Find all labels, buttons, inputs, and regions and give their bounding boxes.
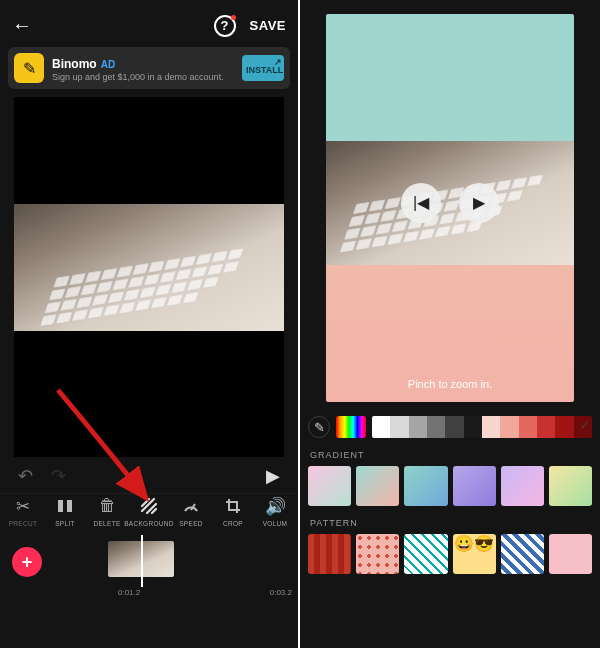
add-clip-button[interactable]: + (12, 547, 42, 577)
video-preview[interactable] (14, 97, 284, 457)
pattern-swatch[interactable] (501, 534, 544, 574)
editor-toolbar: ✂PRECUT SPLIT 🗑DELETE BACKGROUND SPEED C… (0, 493, 298, 535)
help-button[interactable]: ? (214, 15, 236, 37)
gradient-swatch[interactable] (501, 466, 544, 506)
tool-volume[interactable]: 🔊VOLUM (254, 496, 296, 527)
install-button[interactable]: ↗INSTALL (242, 55, 284, 81)
color-swatch[interactable] (427, 416, 445, 438)
play-button[interactable]: ▶ (459, 183, 499, 223)
ad-subtitle: Sign up and get $1,000 in a demo account… (52, 72, 234, 83)
gradient-swatch[interactable] (453, 466, 496, 506)
play-button[interactable]: ▶ (266, 465, 280, 487)
ad-app-icon: ✎ (14, 53, 44, 83)
tool-split[interactable]: SPLIT (44, 496, 86, 527)
eyedropper-button[interactable]: ✎ (308, 416, 330, 438)
selected-check-icon: ✓ (580, 418, 590, 432)
color-swatch[interactable] (519, 416, 537, 438)
gradient-swatch[interactable] (356, 466, 399, 506)
back-button[interactable]: ← (12, 14, 32, 37)
pinch-hint: Pinch to zoom in. (326, 378, 574, 390)
gradient-swatch[interactable] (404, 466, 447, 506)
playhead[interactable] (141, 535, 143, 587)
gradient-section-label: GRADIENT (310, 450, 590, 460)
pattern-swatch[interactable] (308, 534, 351, 574)
timeline[interactable]: + 0:01.2 0:03.2 (0, 535, 298, 587)
color-swatch[interactable] (537, 416, 555, 438)
background-preview[interactable]: |◀ ▶ Pinch to zoom in. (326, 14, 574, 402)
solid-color-row[interactable]: ✓ (372, 416, 592, 438)
undo-button[interactable]: ↶ (18, 465, 33, 487)
color-swatch[interactable] (482, 416, 500, 438)
color-swatch[interactable] (555, 416, 573, 438)
tool-crop[interactable]: CROP (212, 496, 254, 527)
save-button[interactable]: SAVE (250, 18, 286, 33)
color-swatch[interactable] (500, 416, 518, 438)
pattern-swatch[interactable]: 😀😎 (453, 534, 496, 574)
tool-delete[interactable]: 🗑DELETE (86, 496, 128, 527)
tool-speed[interactable]: SPEED (170, 496, 212, 527)
color-spectrum[interactable] (336, 416, 366, 438)
ad-banner[interactable]: ✎ BinomoAD Sign up and get $1,000 in a d… (8, 47, 290, 89)
pattern-swatch[interactable] (404, 534, 447, 574)
pattern-swatch[interactable] (356, 534, 399, 574)
redo-button[interactable]: ↷ (51, 465, 66, 487)
color-swatch[interactable] (409, 416, 427, 438)
ad-badge: AD (101, 59, 115, 70)
color-swatch[interactable] (372, 416, 390, 438)
ad-title: Binomo (52, 57, 97, 71)
color-swatch[interactable] (390, 416, 408, 438)
time-current: 0:01.2 (118, 588, 140, 597)
time-duration: 0:03.2 (270, 588, 292, 597)
prev-button[interactable]: |◀ (401, 183, 441, 223)
pattern-section-label: PATTERN (310, 518, 590, 528)
color-swatch[interactable] (464, 416, 482, 438)
tool-background[interactable]: BACKGROUND (128, 496, 170, 527)
gradient-swatch[interactable] (549, 466, 592, 506)
pattern-swatch[interactable] (549, 534, 592, 574)
gradient-swatch[interactable] (308, 466, 351, 506)
color-swatch[interactable] (445, 416, 463, 438)
svg-rect-0 (58, 500, 63, 512)
svg-rect-1 (67, 500, 72, 512)
tool-precut[interactable]: ✂PRECUT (2, 496, 44, 527)
